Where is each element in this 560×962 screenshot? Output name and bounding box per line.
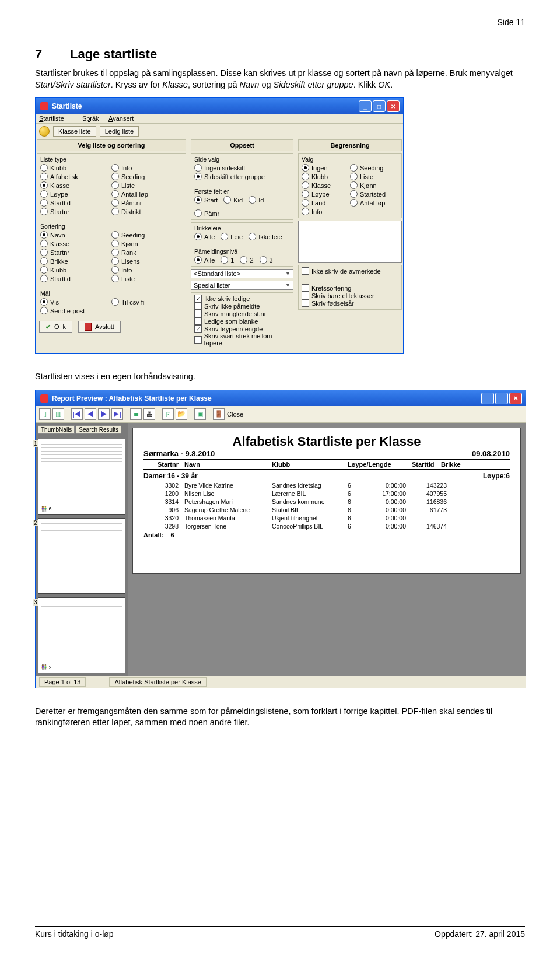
radio-option[interactable]: Lisens [111, 257, 183, 265]
radio-option[interactable]: Land [302, 199, 350, 207]
radio-option[interactable]: Info [111, 164, 183, 172]
nav-first-page-icon[interactable]: |⯇ [71, 408, 83, 420]
radio-option[interactable]: Klasse [40, 181, 111, 189]
minimize-icon[interactable]: _ [481, 393, 494, 404]
radio-option[interactable]: Påmr [194, 209, 219, 217]
menu-startliste[interactable]: Startliste [39, 115, 72, 122]
radio-option[interactable]: Antall løp [111, 190, 183, 198]
radio-option[interactable]: Startnr [40, 249, 111, 256]
radio-option[interactable]: Klasse [40, 240, 111, 247]
check-option[interactable]: Skriv svart strek mellom løpere [194, 333, 290, 347]
checkbox[interactable] [302, 267, 309, 275]
radio-option[interactable]: Liste [350, 173, 398, 180]
radio-option[interactable]: Navn [40, 231, 111, 239]
close-icon[interactable]: ✕ [509, 393, 522, 404]
radio-option[interactable]: Løype [302, 190, 350, 198]
radio-option[interactable]: Klubb [40, 266, 111, 274]
rp-titlebar[interactable]: Report Preview : Alfabetisk Startliste p… [36, 390, 526, 406]
check-option[interactable]: Ikke skriv ledige [194, 295, 290, 302]
radio-option[interactable]: Seeding [111, 173, 183, 180]
tab-klasse-liste[interactable]: Klasse liste [53, 126, 96, 137]
radio-option[interactable]: Startsted [350, 190, 398, 198]
maximize-icon[interactable]: □ [373, 100, 386, 112]
radio-option[interactable]: Brikke [40, 257, 111, 265]
maximize-icon[interactable]: □ [495, 393, 508, 404]
radio-option[interactable]: Starttid [40, 199, 111, 207]
close-button[interactable]: 🚪 Close [213, 408, 243, 420]
radio-option[interactable]: Kjønn [350, 181, 398, 189]
radio-option[interactable]: Rank [111, 249, 183, 256]
page-thumbnail[interactable]: 1 👫 6 [38, 439, 125, 515]
menu-sprak[interactable]: Språk [82, 115, 99, 122]
radio-option[interactable]: Klasse [302, 181, 350, 189]
radio-option[interactable]: Påm.nr [111, 199, 183, 207]
radio-option[interactable]: Ikke leie [249, 233, 282, 240]
radio-option[interactable]: Info [302, 208, 350, 215]
search-results-tab[interactable]: Search Results [76, 425, 121, 434]
nav-split-icon[interactable]: ▥ [52, 408, 64, 420]
radio-option[interactable]: Start [194, 196, 218, 204]
radio-label: Antall løp [121, 191, 148, 198]
titlebar[interactable]: Startliste _ □ ✕ [36, 98, 403, 114]
nav-last-page-icon[interactable]: ⯈| [111, 408, 123, 420]
check-option[interactable]: Skriv løypenr/lengde [194, 325, 290, 333]
radio-option[interactable]: Ingen sideskift [194, 164, 290, 172]
minimize-icon[interactable]: _ [359, 100, 372, 112]
nav-first-icon[interactable]: ▯ [39, 408, 51, 420]
radio-option[interactable]: Klubb [302, 173, 350, 180]
checkbox[interactable] [302, 292, 309, 299]
radio-option[interactable]: Antal løp [350, 199, 398, 207]
radio-option[interactable]: 2 [240, 256, 253, 264]
page-thumbnail[interactable]: 2 [38, 518, 125, 594]
avslutt-button[interactable]: Avslutt [78, 321, 121, 333]
radio-option[interactable]: Kjønn [111, 240, 183, 247]
radio-option[interactable]: Info [111, 266, 183, 274]
tab-ledig-liste[interactable]: Ledig liste [100, 126, 139, 137]
radio-option[interactable]: Klubb [40, 164, 111, 172]
radio-option[interactable]: Løype [40, 190, 111, 198]
spesial-lister-select[interactable]: Spesial lister▼ [191, 281, 293, 290]
menu-avansert[interactable]: Avansert [108, 115, 134, 122]
print-icon[interactable]: 🖶 [144, 408, 155, 420]
radio-option[interactable]: Leie [220, 233, 243, 240]
radio-option[interactable]: Kid [223, 196, 243, 204]
radio-option[interactable]: Distrikt [111, 208, 183, 215]
radio-option[interactable]: 3 [260, 256, 273, 264]
ok-button[interactable]: ✔Ok [39, 321, 72, 333]
close-icon[interactable]: ✕ [387, 100, 400, 112]
radio-option[interactable]: Sideskift etter gruppe [194, 173, 290, 180]
radio-option[interactable]: Send e-post [40, 307, 111, 314]
radio-option[interactable]: Liste [111, 275, 183, 282]
nav-prev-icon[interactable]: ⯇ [85, 408, 96, 420]
toolbar-icon[interactable] [39, 126, 50, 137]
check-option[interactable]: Ledige som blanke [194, 317, 290, 325]
save-icon[interactable]: ⎘ [162, 408, 174, 420]
radio-option[interactable]: Startnr [40, 208, 111, 215]
col-starttid: Starttid [412, 461, 441, 468]
print-setup-icon[interactable]: ≣ [130, 408, 142, 420]
radio-option[interactable]: 1 [220, 256, 234, 264]
radio-option[interactable]: Starttid [40, 275, 111, 282]
thumbnails-tab[interactable]: ThumbNails [38, 425, 75, 434]
checkbox[interactable] [302, 284, 309, 292]
radio-icon [350, 199, 358, 207]
nav-next-icon[interactable]: ⯈ [98, 408, 110, 420]
radio-option[interactable]: Alle [194, 256, 215, 264]
radio-option[interactable]: Ingen [302, 164, 350, 172]
filter-textarea[interactable] [298, 221, 402, 263]
page-thumbnail[interactable]: 3 👫 2 [38, 597, 125, 673]
tool-icon[interactable]: ▣ [194, 408, 206, 420]
radio-option[interactable]: Liste [111, 181, 183, 189]
radio-option[interactable]: Alle [194, 233, 215, 240]
radio-option[interactable]: Seeding [111, 231, 183, 239]
standard-liste-select[interactable]: <Standard liste>▼ [191, 269, 293, 278]
check-option[interactable]: Skriv ikke påmeldte [194, 302, 290, 310]
check-option[interactable]: Skriv manglende st.nr [194, 310, 290, 317]
checkbox[interactable] [302, 299, 309, 307]
radio-option[interactable]: Vis [40, 298, 111, 306]
radio-option[interactable]: Til csv fil [111, 298, 183, 306]
radio-option[interactable]: Alfabetisk [40, 173, 111, 180]
radio-option[interactable]: Seeding [350, 164, 398, 172]
radio-option[interactable]: Id [249, 196, 264, 204]
open-icon[interactable]: 📂 [176, 408, 187, 420]
